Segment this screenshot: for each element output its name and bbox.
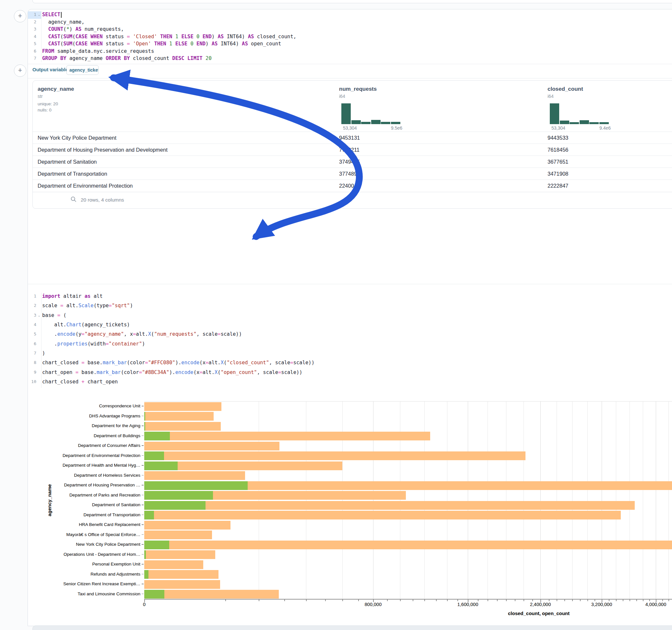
code-line[interactable]: chart_closed + chart_open (42, 379, 118, 385)
code-token (187, 41, 190, 47)
code-line[interactable]: alt.Chart(agency_tickets) (42, 322, 130, 328)
histogram-max-label: 9.5e6 (391, 125, 402, 130)
bar-closed_count (144, 580, 220, 589)
code-token: agency_name, (42, 19, 85, 25)
code-token: num_requests, (81, 26, 124, 32)
table-row[interactable]: Department of Housing Preservation and D… (33, 144, 672, 156)
code-line[interactable]: chart_closed = base.mark_bar(color="#FFC… (42, 360, 314, 366)
y-tick-mark (142, 406, 144, 406)
code-token (88, 34, 91, 40)
chart-plot-area (144, 401, 672, 599)
code-token: agency_name (67, 55, 106, 61)
code-token: ( (60, 312, 67, 318)
code-token: SUM (63, 34, 72, 40)
code-token: + (81, 379, 84, 385)
code-token: closed_count, (254, 34, 296, 40)
code-token (199, 34, 202, 40)
column-header-agency_name[interactable]: agency_name (38, 86, 74, 92)
code-token: = (60, 303, 63, 309)
output-variable-label: Output variable: (32, 67, 70, 72)
code-token (194, 34, 196, 40)
line-number: 10 (27, 379, 36, 384)
bar-closed_count (144, 560, 203, 569)
code-line[interactable]: ) (42, 350, 45, 356)
table-row[interactable]: New York City Police Department945313194… (33, 131, 672, 144)
gridline (424, 402, 425, 599)
fold-chevron-icon[interactable]: ⌄ (38, 313, 41, 318)
x-tick-mark (616, 600, 617, 601)
code-line[interactable]: CAST(SUM(CASE WHEN status = 'Open' THEN … (42, 41, 281, 47)
code-token: "#8BC34A" (142, 369, 169, 375)
code-token: "closed_count" (226, 360, 269, 366)
bar-closed_count (144, 521, 231, 530)
code-line[interactable]: SELECT (42, 12, 62, 18)
x-tick-mark (629, 600, 630, 601)
bar-closed_count (144, 452, 526, 460)
table-row[interactable]: Department of Sanitation37494853677651 (33, 155, 672, 168)
add-cell-button-top[interactable]: + (14, 10, 26, 22)
cell-divider (28, 284, 672, 284)
add-cell-button-middle[interactable]: + (14, 65, 26, 77)
x-tick-mark (637, 600, 637, 601)
table-footer: 20 rows, 4 columns (33, 192, 672, 209)
table-cell: Department of Environmental Protection (38, 180, 133, 192)
code-token: WHEN (91, 41, 102, 47)
code-token: (x (199, 360, 206, 366)
code-line[interactable]: GROUP BY agency_name ORDER BY closed_cou… (42, 55, 212, 61)
gridline (373, 402, 374, 599)
code-line[interactable]: FROM sample_data.nyc.service_requests (42, 48, 154, 54)
code-line[interactable]: import altair as alt (42, 293, 103, 299)
x-tick-mark (580, 600, 581, 601)
code-token (178, 34, 181, 40)
histogram-bar (589, 122, 599, 124)
code-line[interactable]: scale = alt.Scale(type="sqrt") (42, 303, 133, 309)
code-token: INT64) (224, 34, 248, 40)
code-token (172, 34, 175, 40)
code-token: CAST (48, 41, 60, 47)
y-axis-title: agency_name (47, 468, 52, 533)
code-token: LIMIT (187, 55, 202, 61)
code-token: mark_bar (103, 360, 127, 366)
code-token: ) (130, 303, 133, 309)
code-token: ( (217, 369, 220, 375)
column-header-closed_count[interactable]: closed_count (548, 86, 583, 92)
histogram-bar (599, 122, 609, 124)
output-variable-chip[interactable]: agency_tickets (67, 65, 99, 75)
table-row[interactable]: Department of Transportation377489234719… (33, 168, 672, 180)
histogram-bar (371, 120, 381, 124)
code-line[interactable]: agency_name, (42, 19, 85, 25)
code-token: ELSE (181, 34, 193, 40)
table-row[interactable]: Department of Environmental Protection22… (33, 179, 672, 192)
x-axis-title: closed_count, open_count (441, 610, 636, 616)
code-line[interactable]: .encode(y="agency_name", x=alt.X("num_re… (42, 331, 242, 337)
code-line[interactable]: chart_open = base.mark_bar(color="#8BC34… (42, 369, 303, 375)
code-token: "num_requests" (154, 331, 196, 337)
gridline (400, 402, 400, 599)
y-tick-mark (142, 475, 144, 476)
code-token: Scale (78, 303, 94, 309)
search-icon[interactable] (70, 196, 77, 202)
code-token (42, 34, 48, 40)
y-tick-mark (142, 455, 144, 456)
code-token: encode (175, 369, 194, 375)
code-line[interactable]: .properties(width="container") (42, 341, 145, 347)
column-header-num_requests[interactable]: num_requests (339, 86, 377, 92)
bar-open_count (144, 461, 178, 470)
code-token: ( (63, 26, 66, 32)
line-number: 5 (27, 41, 36, 46)
bar-closed_count (144, 402, 221, 411)
line-number: 2 (27, 20, 36, 24)
y-tick-mark (142, 584, 144, 584)
x-tick-mark (506, 600, 507, 601)
code-token: = (57, 312, 60, 318)
fold-chevron-icon[interactable]: ⌄ (38, 13, 41, 17)
code-line[interactable]: base = ( (42, 312, 67, 318)
x-tick-mark (565, 600, 565, 601)
code-token: = (81, 360, 84, 366)
x-tick-mark (549, 600, 549, 601)
code-line[interactable]: CAST(SUM(CASE WHEN status = 'Closed' THE… (42, 34, 296, 40)
code-token: X (148, 331, 151, 337)
code-line[interactable]: COUNT(*) AS num_requests, (42, 26, 124, 32)
code-token: ( (151, 331, 154, 337)
histogram-max-label: 9.4e6 (599, 125, 611, 130)
